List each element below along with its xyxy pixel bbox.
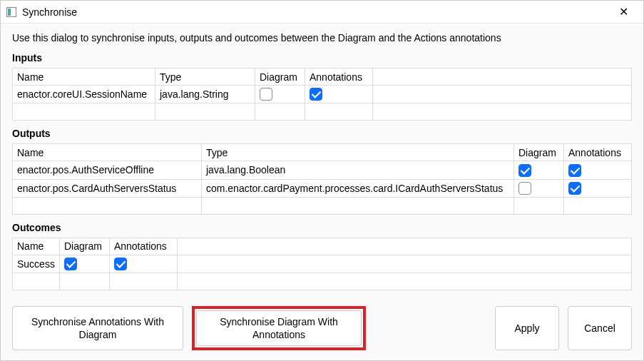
table-header-row: Name Type Diagram Annotations [13,144,632,161]
sync-diagram-button[interactable]: Synchronise Diagram With Annotations [196,310,362,346]
inputs-table: Name Type Diagram Annotations enactor.co… [12,68,632,121]
button-row: Synchronise Annotations With Diagram Syn… [1,300,643,360]
table-header-row: Name Type Diagram Annotations [13,68,632,86]
annotations-checkbox[interactable] [568,164,581,177]
spacer [374,306,486,350]
col-annotations: Annotations [109,238,177,255]
cell-name: enactor.pos.AuthServiceOffline [13,161,202,179]
table-row-empty [13,197,632,214]
col-spacer [177,238,631,255]
cell-type: com.enactor.cardPayment.processes.card.I… [202,179,514,197]
col-name: Name [13,144,202,161]
col-annotations: Annotations [564,144,632,161]
col-diagram: Diagram [255,68,305,86]
table-row-empty [13,103,632,121]
col-spacer [373,68,632,86]
diagram-checkbox[interactable] [518,182,531,195]
table-row: Success [13,255,632,273]
cell-type: java.lang.Boolean [202,161,514,179]
sync-annotations-button[interactable]: Synchronise Annotations With Diagram [12,306,183,350]
cell-diagram [514,179,564,197]
diagram-checkbox[interactable] [64,258,77,270]
table-row: enactor.pos.AuthServiceOffline java.lang… [13,161,632,179]
cell-diagram [514,161,564,179]
synchronise-dialog: Synchronise ✕ Use this dialog to synchro… [0,0,644,361]
diagram-checkbox[interactable] [518,164,531,177]
cancel-button[interactable]: Cancel [568,306,632,350]
cell-diagram [255,86,305,103]
inputs-label: Inputs [12,52,632,63]
outputs-label: Outputs [12,128,632,139]
cell-name: enactor.pos.CardAuthServersStatus [13,179,202,197]
app-icon [6,7,16,17]
apply-button[interactable]: Apply [495,306,559,350]
col-name: Name [13,68,155,86]
cell-spacer [177,255,631,273]
cell-annotations [564,179,632,197]
highlight-box: Synchronise Diagram With Annotations [192,306,366,350]
col-diagram: Diagram [59,238,109,255]
table-row-empty [13,273,632,290]
col-name: Name [13,238,60,255]
cell-annotations [564,161,632,179]
table-row: enactor.pos.CardAuthServersStatus com.en… [13,179,632,197]
outcomes-table: Name Diagram Annotations Success [12,238,632,290]
outputs-table: Name Type Diagram Annotations enactor.po… [12,143,632,215]
annotations-checkbox[interactable] [114,258,127,270]
col-diagram: Diagram [514,144,564,161]
dialog-description: Use this dialog to synchronise inputs, o… [12,32,632,44]
table-row: enactor.coreUI.SessionName java.lang.Str… [13,86,632,103]
cell-type: java.lang.String [155,86,255,103]
cell-annotations [109,255,177,273]
close-button[interactable]: ✕ [609,5,638,19]
cell-annotations [305,86,373,103]
annotations-checkbox[interactable] [568,182,581,195]
col-annotations: Annotations [305,68,373,86]
titlebar: Synchronise ✕ [1,1,643,24]
cell-name: Success [13,255,60,273]
annotations-checkbox[interactable] [310,88,322,101]
col-type: Type [155,68,255,86]
table-header-row: Name Diagram Annotations [13,238,632,255]
cell-diagram [59,255,109,273]
col-type: Type [202,144,514,161]
window-title: Synchronise [22,6,609,18]
diagram-checkbox[interactable] [260,88,272,101]
outcomes-label: Outcomes [12,222,632,233]
dialog-content: Use this dialog to synchronise inputs, o… [1,24,643,300]
cell-name: enactor.coreUI.SessionName [13,86,155,103]
cell-spacer [373,86,632,103]
